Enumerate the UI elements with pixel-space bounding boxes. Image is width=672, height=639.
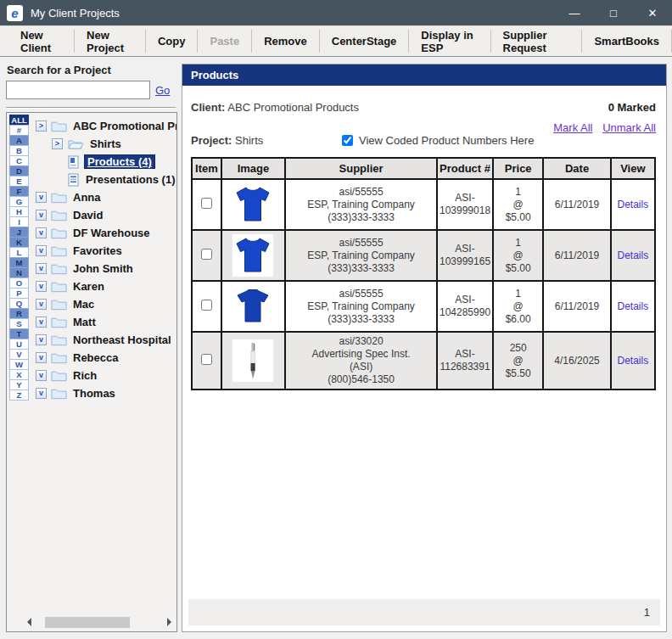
tree-item-label: Shirts — [88, 137, 123, 151]
expand-down-icon[interactable]: v — [36, 192, 47, 203]
column-header-item: Item — [192, 158, 221, 179]
tree-item-label: David — [71, 208, 104, 222]
client-info: Client: ABC Promotional Products — [191, 101, 386, 115]
tree-item-presentations-1[interactable]: Presentations (1) — [32, 171, 176, 188]
toolbar-button-new-client[interactable]: New Client — [8, 30, 75, 53]
expand-down-icon[interactable]: v — [36, 388, 47, 399]
tree-item-shirts[interactable]: >Shirts — [32, 135, 176, 153]
supplier-cell: asi/55555ESP, Training Company(333)333-3… — [285, 281, 437, 332]
view-cell: Details — [611, 332, 655, 390]
tree-item-products-4[interactable]: Products (4) — [32, 153, 176, 171]
minimize-button[interactable]: — — [555, 0, 594, 25]
details-link[interactable]: Details — [618, 199, 649, 210]
expand-down-icon[interactable]: v — [36, 352, 47, 363]
view-cell: Details — [611, 179, 655, 230]
price-cell: 1@$6.00 — [493, 281, 543, 332]
expand-down-icon[interactable]: v — [36, 370, 47, 381]
go-link[interactable]: Go — [155, 84, 170, 97]
tree-item-rebecca[interactable]: vRebecca — [32, 349, 176, 367]
row-checkbox[interactable] — [201, 198, 212, 209]
date-cell: 6/11/2019 — [543, 179, 610, 230]
coded-numbers-checkbox[interactable] — [342, 135, 353, 146]
toolbar-button-display-in-esp[interactable]: Display in ESP — [409, 30, 490, 53]
scroll-left-arrow-icon[interactable] — [27, 618, 31, 626]
tree-item-rich[interactable]: vRich — [32, 367, 176, 384]
tree-item-label: Products (4) — [84, 154, 155, 169]
close-button[interactable]: ✕ — [633, 0, 672, 25]
expand-down-icon[interactable]: v — [36, 210, 47, 221]
folder-closed-icon — [51, 334, 67, 346]
mark-all-link[interactable]: Mark All — [553, 121, 592, 134]
folder-closed-icon — [51, 316, 67, 328]
alpha-index-z[interactable]: Z — [9, 390, 29, 401]
toolbar-button-paste: Paste — [198, 30, 252, 53]
details-link[interactable]: Details — [618, 300, 649, 312]
sidebar-divider — [6, 107, 176, 109]
project-search-input[interactable] — [6, 81, 150, 99]
esp-logo-icon: e — [7, 5, 23, 21]
product-image-tshirt2 — [232, 285, 273, 328]
page-number[interactable]: 1 — [644, 606, 650, 619]
expand-down-icon[interactable]: v — [36, 245, 47, 256]
tree-item-matt[interactable]: vMatt — [32, 313, 176, 331]
row-checkbox[interactable] — [201, 249, 212, 260]
expand-down-icon[interactable]: v — [36, 281, 47, 292]
tree-item-david[interactable]: vDavid — [32, 206, 176, 224]
expand-down-icon[interactable]: v — [36, 334, 47, 345]
tree-item-abc-promotional-products[interactable]: >ABC Promotional Products — [32, 117, 176, 135]
scroll-track[interactable] — [35, 617, 164, 628]
details-link[interactable]: Details — [618, 355, 649, 367]
products-panel-title: Products — [182, 64, 666, 86]
toolbar: New ClientNew ProjectCopyPasteRemoveCent… — [0, 25, 672, 57]
alpha-index-all[interactable]: ALL — [9, 115, 29, 126]
expand-down-icon[interactable]: v — [36, 317, 47, 328]
tree-item-john-smith[interactable]: vJohn Smith — [32, 260, 176, 277]
expand-right-icon[interactable]: > — [52, 138, 63, 149]
tree-item-label: Rebecca — [71, 350, 120, 365]
tree-item-mac[interactable]: vMac — [32, 295, 176, 313]
toolbar-button-smartbooks[interactable]: SmartBooks — [582, 30, 672, 53]
folder-closed-icon — [51, 262, 67, 275]
toolbar-button-copy[interactable]: Copy — [146, 30, 199, 53]
table-row: asi/55555ESP, Training Company(333)333-3… — [192, 281, 655, 332]
toolbar-button-remove[interactable]: Remove — [252, 30, 320, 53]
expand-down-icon[interactable]: v — [36, 299, 47, 310]
toolbar-button-new-project[interactable]: New Project — [75, 30, 146, 53]
expand-down-icon[interactable]: v — [36, 227, 47, 238]
alphabet-index: ALL#ABCDEFGHIJKLMNOPQRSTUVWXYZ — [9, 115, 29, 401]
row-checkbox[interactable] — [201, 300, 212, 311]
toolbar-button-supplier-request[interactable]: Supplier Request — [491, 30, 583, 53]
tree-hscrollbar[interactable] — [27, 616, 171, 628]
toolbar-button-centerstage[interactable]: CenterStage — [320, 30, 410, 53]
expand-down-icon[interactable]: v — [36, 263, 47, 274]
date-cell: 4/16/2025 — [543, 332, 610, 390]
tree-item-karen[interactable]: vKaren — [32, 277, 176, 295]
expand-right-icon[interactable]: > — [36, 121, 47, 132]
product-image-pen — [232, 339, 273, 382]
tree-item-label: John Smith — [71, 261, 135, 276]
tree-item-anna[interactable]: vAnna — [32, 188, 176, 206]
tree-item-thomas[interactable]: vThomas — [32, 384, 176, 402]
app-window: e My Client Projects — □ ✕ New ClientNew… — [0, 0, 672, 639]
client-label: Client: — [191, 101, 225, 114]
supplier-cell: asi/55555ESP, Training Company(333)333-3… — [285, 179, 437, 230]
tree-item-df-warehouse[interactable]: vDF Warehouse — [32, 224, 176, 242]
tree-item-favorites[interactable]: vFavorites — [32, 242, 176, 260]
price-cell: 250@$5.50 — [493, 332, 543, 390]
tree-item-label: Karen — [71, 279, 106, 294]
unmark-all-link[interactable]: Unmark All — [602, 121, 656, 134]
scroll-thumb[interactable] — [45, 617, 130, 628]
column-header-supplier: Supplier — [285, 158, 437, 179]
search-label: Search for a Project — [7, 64, 177, 76]
row-checkbox[interactable] — [201, 354, 212, 365]
view-cell: Details — [611, 230, 655, 281]
product-number-cell: ASI-103999165 — [437, 230, 493, 281]
titlebar: e My Client Projects — □ ✕ — [0, 0, 672, 25]
image-cell — [221, 179, 285, 230]
scroll-right-arrow-icon[interactable] — [167, 618, 171, 626]
tree-item-northeast-hospital[interactable]: vNortheast Hospital — [32, 331, 176, 349]
maximize-button[interactable]: □ — [594, 0, 633, 25]
products-panel: Products Client: ABC Promotional Product… — [182, 64, 667, 632]
details-link[interactable]: Details — [618, 249, 649, 261]
pagination-bar: 1 — [188, 599, 660, 625]
